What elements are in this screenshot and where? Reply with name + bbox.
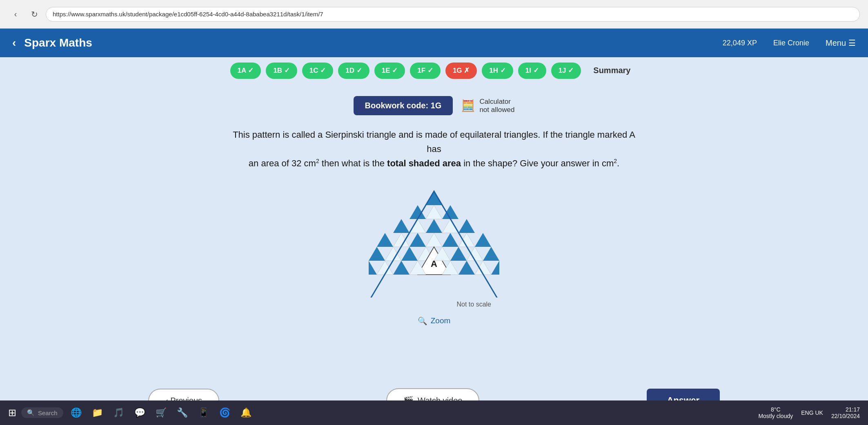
svg-marker-26 [369, 261, 377, 275]
question-part2: an area of 32 cm [249, 158, 316, 168]
calculator-icon: 🧮 [461, 99, 475, 112]
tab-1E[interactable]: 1E ✓ [374, 63, 405, 79]
tab-bar: 1A ✓ 1B ✓ 1C ✓ 1D ✓ 1E ✓ 1F ✓ 1G ✗ 1H ✓ … [0, 57, 868, 84]
user-name: Elie Cronie [773, 39, 809, 47]
taskbar-icon-3[interactable]: 🎵 [111, 405, 127, 421]
app-title: Sparx Maths [24, 36, 714, 49]
weather-desc: Mostly cloudy [758, 413, 793, 419]
question-text: This pattern is called a Sierpinski tria… [230, 128, 638, 171]
svg-marker-10 [393, 233, 410, 247]
svg-marker-17 [385, 247, 401, 261]
tab-1J[interactable]: 1J ✓ [551, 63, 581, 79]
tab-1F[interactable]: 1F ✓ [410, 63, 441, 79]
zoom-button[interactable]: 🔍 Zoom [418, 316, 451, 326]
svg-marker-31 [458, 261, 475, 275]
windows-icon[interactable]: ⊞ [8, 407, 16, 418]
svg-marker-11 [410, 233, 426, 247]
svg-marker-32 [475, 261, 491, 275]
menu-icon: ☰ [848, 38, 856, 48]
language-display: ENG UK [801, 409, 823, 416]
not-to-scale-label: Not to scale [457, 301, 491, 308]
reload-button[interactable]: ↻ [27, 7, 42, 22]
address-bar[interactable] [46, 7, 860, 22]
svg-marker-28 [393, 261, 410, 275]
question-end: . [617, 158, 619, 168]
tab-1C[interactable]: 1C ✓ [302, 63, 333, 79]
taskbar-icon-4[interactable]: 💬 [132, 405, 148, 421]
calculator-status: not allowed [479, 106, 514, 114]
question-part3: then what is the [319, 158, 387, 168]
diagram-container: A Not to scale [369, 183, 499, 308]
svg-marker-24 [467, 247, 483, 261]
clock-date: 22/10/2024 [831, 413, 860, 419]
tab-1H[interactable]: 1H ✓ [482, 63, 513, 79]
zoom-icon: 🔍 [418, 316, 427, 326]
zoom-label: Zoom [431, 316, 451, 325]
svg-marker-25 [483, 247, 499, 261]
svg-marker-7 [442, 219, 458, 233]
svg-marker-18 [401, 247, 418, 261]
question-sup1: 2 [316, 158, 319, 164]
svg-marker-1 [410, 205, 426, 219]
clock-time: 21:17 [831, 406, 860, 413]
svg-marker-5 [410, 219, 426, 233]
browser-chrome: ‹ ↻ [0, 0, 868, 29]
svg-marker-4 [393, 219, 410, 233]
taskbar-icon-1[interactable]: 🌐 [68, 405, 85, 421]
question-bold: total shaded area [387, 158, 461, 168]
question-part1: This pattern is called a Sierpinski tria… [233, 130, 635, 154]
svg-marker-14 [458, 233, 475, 247]
search-label: Search [38, 409, 58, 416]
search-icon: 🔍 [27, 409, 35, 416]
question-part4: in the shape? Give your answer in cm [461, 158, 614, 168]
svg-marker-15 [475, 233, 491, 247]
svg-marker-3 [442, 205, 458, 219]
svg-marker-9 [377, 233, 393, 247]
taskbar-icon-7[interactable]: 📱 [196, 405, 212, 421]
menu-button[interactable]: Menu ☰ [826, 38, 856, 48]
taskbar: ⊞ 🔍 Search 🌐 📁 🎵 💬 🛒 🔧 📱 🌀 🔔 8°C Mostly … [0, 400, 868, 425]
main-content: Bookwork code: 1G 🧮 Calculator not allow… [0, 84, 868, 425]
svg-marker-0 [426, 191, 442, 205]
taskbar-icon-9[interactable]: 🔔 [238, 405, 254, 421]
weather-temp: 8°C [758, 406, 793, 413]
calculator-label: Calculator [479, 98, 514, 106]
tab-summary[interactable]: Summary [586, 63, 638, 79]
taskbar-icon-8[interactable]: 🌀 [217, 405, 233, 421]
clock-display: 21:17 22/10/2024 [831, 406, 860, 419]
svg-marker-33 [491, 261, 499, 275]
app-header: ‹ Sparx Maths 22,049 XP Elie Cronie Menu… [0, 29, 868, 57]
sierpinski-diagram: A [369, 183, 499, 298]
tab-1A[interactable]: 1A ✓ [230, 63, 261, 79]
svg-marker-13 [442, 233, 458, 247]
svg-marker-16 [369, 247, 385, 261]
svg-marker-12 [426, 233, 442, 247]
bookwork-badge: Bookwork code: 1G [354, 96, 453, 115]
svg-marker-23 [450, 247, 467, 261]
svg-marker-27 [377, 261, 393, 275]
tab-1B[interactable]: 1B ✓ [266, 63, 297, 79]
calculator-info: 🧮 Calculator not allowed [461, 98, 514, 114]
question-sup2: 2 [614, 158, 617, 164]
weather-display: 8°C Mostly cloudy [758, 406, 793, 419]
taskbar-icon-2[interactable]: 📁 [89, 405, 106, 421]
back-button[interactable]: ‹ [12, 36, 16, 49]
back-nav-button[interactable]: ‹ [8, 7, 23, 22]
menu-label: Menu [826, 38, 846, 48]
bookwork-section: Bookwork code: 1G 🧮 Calculator not allow… [354, 96, 515, 115]
tab-1I[interactable]: 1I ✓ [518, 63, 546, 79]
taskbar-icon-6[interactable]: 🔧 [174, 405, 191, 421]
svg-marker-6 [426, 219, 442, 233]
tab-1D[interactable]: 1D ✓ [338, 63, 369, 79]
search-bar[interactable]: 🔍 Search [21, 407, 63, 418]
tab-1G[interactable]: 1G ✗ [445, 63, 477, 79]
svg-marker-2 [426, 205, 442, 219]
xp-display: 22,049 XP [723, 39, 757, 47]
svg-marker-8 [458, 219, 475, 233]
taskbar-icon-5[interactable]: 🛒 [153, 405, 169, 421]
